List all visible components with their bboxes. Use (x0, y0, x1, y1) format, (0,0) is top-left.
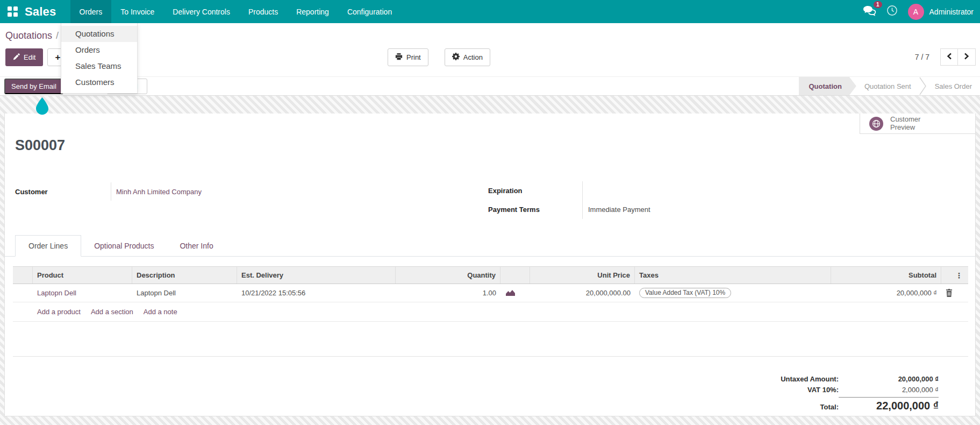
list-add-row: Add a product Add a section Add a note (13, 302, 968, 322)
user-menu[interactable]: A Administrator (908, 4, 974, 20)
chat-bubbles-icon (863, 9, 876, 18)
add-a-product-link[interactable]: Add a product (37, 308, 81, 316)
messages-button[interactable]: 1 (863, 5, 876, 18)
header-product[interactable]: Product (33, 267, 132, 284)
cell-est-delivery: 10/21/2022 15:05:56 (237, 289, 396, 297)
trash-icon (946, 289, 953, 297)
payment-terms-value: Immediate Payment (588, 206, 650, 214)
nav-menu-products[interactable]: Products (239, 0, 287, 23)
dropdown-item-sales-teams[interactable]: Sales Teams (61, 58, 137, 74)
printer-icon (395, 53, 403, 62)
pager-next-button[interactable] (958, 48, 976, 66)
tab-order-lines[interactable]: Order Lines (15, 235, 81, 257)
tab-optional-products[interactable]: Optional Products (81, 235, 167, 256)
cell-unit-price: 20,000,000.00 (530, 289, 635, 297)
gear-icon (452, 53, 460, 62)
stage-quotation-sent[interactable]: Quotation Sent (856, 77, 919, 95)
dropdown-item-quotations[interactable]: Quotations (61, 26, 137, 42)
record-title: S00007 (15, 137, 65, 154)
tab-other-info[interactable]: Other Info (167, 235, 226, 256)
total-value: 22,000,000 ₫ (839, 397, 939, 412)
form-background: Customer Preview S00007 Customer Minh An… (0, 96, 980, 425)
delete-row-button[interactable] (946, 289, 953, 297)
payment-terms-label: Payment Terms (488, 206, 582, 214)
pager-counter: 7 / 7 (915, 53, 929, 61)
header-graph-column (500, 267, 530, 284)
optional-columns-toggle-icon[interactable]: ⋮ (941, 267, 968, 284)
send-by-email-button[interactable]: Send by Email (4, 79, 63, 94)
add-a-note-link[interactable]: Add a note (144, 308, 177, 316)
vat-value: 2,000,000 ₫ (839, 386, 939, 394)
nav-menu-reporting[interactable]: Reporting (287, 0, 338, 23)
customer-field-group: Customer Minh Anh Limited Company (15, 182, 288, 201)
control-panel: Quotations/S00007 Edit + Create Print (0, 23, 980, 76)
list-empty-area (13, 322, 968, 357)
header-est-delivery[interactable]: Est. Delivery (237, 267, 396, 284)
cell-product-link[interactable]: Laptopn Dell (37, 289, 76, 297)
cell-quantity: 1.00 (396, 289, 500, 297)
onboarding-drop-indicator[interactable] (35, 97, 49, 117)
expiration-label: Expiration (488, 187, 582, 195)
form-sheet: Customer Preview S00007 Customer Minh An… (4, 114, 976, 416)
nav-menu: Orders To Invoice Delivery Controls Prod… (70, 0, 402, 23)
header-unit-price[interactable]: Unit Price (530, 267, 635, 284)
edit-button[interactable]: Edit (5, 48, 43, 66)
apps-grid-icon[interactable] (8, 6, 18, 17)
customer-value-link[interactable]: Minh Anh Limited Company (116, 188, 202, 196)
top-navbar: Sales Orders To Invoice Delivery Control… (0, 0, 980, 23)
nav-menu-configuration[interactable]: Configuration (338, 0, 401, 23)
breadcrumb-separator: / (56, 30, 59, 41)
navbar-right: 1 A Administrator (863, 4, 980, 20)
cell-description: Laptopn Dell (132, 289, 237, 297)
nav-menu-to-invoice[interactable]: To Invoice (111, 0, 163, 23)
stage-sales-order[interactable]: Sales Order (927, 77, 980, 95)
plus-icon: + (55, 53, 60, 62)
activities-button[interactable] (886, 5, 898, 18)
notebook-tabs: Order Lines Optional Products Other Info (5, 235, 975, 257)
order-lines-table: Product Description Est. Delivery Quanti… (13, 266, 968, 357)
avatar: A (908, 4, 924, 20)
vat-label: VAT 10%: (807, 386, 839, 394)
globe-icon (869, 117, 883, 131)
total-label: Total: (820, 403, 839, 411)
print-button[interactable]: Print (388, 48, 428, 66)
nav-menu-orders[interactable]: Orders (70, 0, 112, 23)
clock-icon (886, 5, 898, 18)
totals-block: Untaxed Amount: 20,000,000 ₫ VAT 10%: 2,… (781, 375, 939, 415)
header-taxes[interactable]: Taxes (635, 267, 831, 284)
header-handle-column (13, 267, 33, 284)
stage-widget: Quotation Quotation Sent Sales Order (799, 77, 980, 95)
forecast-graph-icon[interactable] (506, 289, 515, 298)
untaxed-amount-value: 20,000,000 ₫ (839, 375, 939, 383)
action-button[interactable]: Action (445, 48, 490, 66)
table-row[interactable]: Laptopn Dell Laptopn Dell 10/21/2022 15:… (13, 284, 968, 302)
orders-dropdown-menu: Quotations Orders Sales Teams Customers (61, 23, 138, 94)
breadcrumb-quotations[interactable]: Quotations (5, 30, 52, 41)
pager: 7 / 7 (915, 48, 976, 66)
pencil-icon (13, 53, 20, 62)
header-quantity[interactable]: Quantity (396, 267, 500, 284)
nav-menu-delivery-controls[interactable]: Delivery Controls (163, 0, 239, 23)
customer-preview-label: Customer Preview (890, 116, 934, 132)
header-description[interactable]: Description (132, 267, 237, 284)
app-brand[interactable]: Sales (25, 5, 56, 19)
chevron-left-icon (947, 53, 952, 61)
stage-quotation[interactable]: Quotation (799, 77, 856, 95)
customer-preview-button[interactable]: Customer Preview (860, 114, 975, 134)
chevron-right-icon (964, 53, 969, 61)
add-a-section-link[interactable]: Add a section (91, 308, 133, 316)
dropdown-item-customers[interactable]: Customers (61, 74, 137, 90)
cell-subtotal: 20,000,000 ₫ (831, 289, 941, 297)
dropdown-item-orders[interactable]: Orders (61, 42, 137, 58)
stage-divider-icon (919, 77, 927, 95)
header-subtotal[interactable]: Subtotal (831, 267, 941, 284)
tax-badge: Value Added Tax (VAT) 10% (639, 288, 731, 298)
table-header-row: Product Description Est. Delivery Quanti… (13, 266, 968, 284)
right-field-group: Expiration Payment Terms Immediate Payme… (488, 181, 743, 219)
form-statusbar: Send by Email Cancel Quotation Quotation… (0, 76, 980, 96)
messages-badge: 1 (874, 1, 882, 8)
untaxed-amount-label: Untaxed Amount: (781, 375, 839, 383)
pager-previous-button[interactable] (940, 48, 958, 66)
user-name: Administrator (929, 8, 974, 16)
customer-label: Customer (15, 188, 111, 196)
